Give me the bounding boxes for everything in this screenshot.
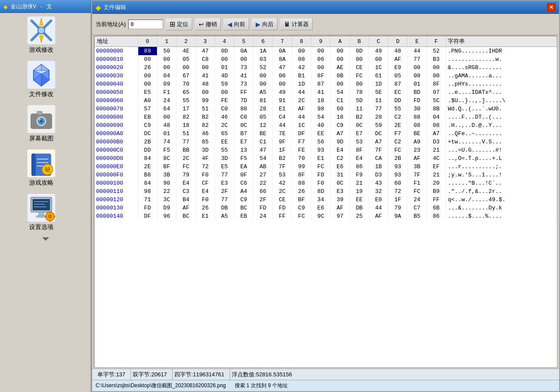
hex-byte-16-0[interactable]: 84: [138, 179, 157, 187]
hex-byte-14-10[interactable]: E6: [330, 163, 350, 171]
hex-byte-16-12[interactable]: 43: [369, 179, 388, 187]
hex-byte-3-7[interactable]: 00: [273, 72, 292, 80]
hex-byte-20-7[interactable]: FF: [273, 212, 292, 220]
sidebar-item-file-modify[interactable]: 文件修改: [0, 57, 83, 102]
hex-byte-3-4[interactable]: 4D: [215, 72, 234, 80]
hex-byte-4-2[interactable]: 70: [177, 80, 196, 88]
hex-addr-2[interactable]: 00000020: [94, 63, 138, 72]
hex-byte-1-7[interactable]: 8A: [273, 55, 292, 63]
hex-byte-7-6[interactable]: 28: [253, 105, 273, 113]
hex-byte-18-3[interactable]: F0: [196, 196, 215, 204]
hex-byte-5-13[interactable]: EC: [388, 88, 407, 96]
hex-byte-14-13[interactable]: 93: [388, 163, 407, 171]
hex-addr-4[interactable]: 00000040: [94, 80, 138, 88]
hex-byte-4-15[interactable]: 8F: [427, 80, 446, 88]
dialog-close-button[interactable]: ✕: [547, 3, 556, 12]
hex-byte-15-13[interactable]: 93: [388, 171, 407, 179]
hex-byte-15-15[interactable]: 21: [427, 171, 446, 179]
hex-byte-3-5[interactable]: 41: [234, 72, 253, 80]
hex-byte-16-2[interactable]: E4: [177, 179, 196, 187]
hex-byte-19-11[interactable]: DB: [350, 204, 369, 212]
hex-byte-11-12[interactable]: A7: [369, 138, 388, 146]
hex-byte-5-0[interactable]: E5: [138, 88, 157, 96]
hex-byte-4-12[interactable]: 1D: [369, 80, 388, 88]
hex-byte-9-15[interactable]: 08: [427, 121, 446, 130]
hex-byte-10-0[interactable]: DC: [138, 130, 157, 138]
hex-byte-13-13[interactable]: 2B: [388, 154, 407, 163]
hex-byte-15-2[interactable]: 79: [177, 171, 196, 179]
hex-byte-9-3[interactable]: 82: [196, 121, 215, 130]
hex-byte-1-8[interactable]: 08: [292, 55, 311, 63]
hex-addr-0[interactable]: 00000000: [94, 47, 138, 56]
hex-byte-2-8[interactable]: 42: [292, 63, 311, 72]
hex-byte-7-4[interactable]: C0: [215, 105, 234, 113]
hex-byte-20-9[interactable]: 9C: [311, 212, 330, 220]
hex-byte-18-6[interactable]: 2F: [253, 196, 273, 204]
hex-byte-1-3[interactable]: C8: [196, 55, 215, 63]
hex-byte-7-1[interactable]: 64: [157, 105, 176, 113]
hex-addr-5[interactable]: 00000050: [94, 88, 138, 96]
hex-byte-8-15[interactable]: 04: [427, 113, 446, 121]
hex-byte-11-1[interactable]: 74: [157, 138, 176, 146]
hex-byte-13-9[interactable]: E1: [311, 154, 330, 163]
hex-byte-14-4[interactable]: E5: [215, 163, 234, 171]
hex-byte-16-5[interactable]: C6: [234, 179, 253, 187]
sidebar-item-screenshot[interactable]: 屏幕截图: [0, 102, 83, 146]
hex-byte-1-4[interactable]: 00: [215, 55, 234, 63]
hex-byte-5-2[interactable]: 65: [177, 88, 196, 96]
hex-byte-12-8[interactable]: FE: [292, 146, 311, 154]
hex-byte-9-9[interactable]: 40: [311, 121, 330, 130]
hex-byte-6-2[interactable]: 55: [177, 96, 196, 105]
hex-byte-17-15[interactable]: B9: [427, 187, 446, 196]
sidebar-item-game-guide[interactable]: 秘 游戏攻略: [0, 146, 83, 190]
hex-byte-2-1[interactable]: 00: [157, 63, 176, 72]
hex-byte-4-7[interactable]: 00: [273, 80, 292, 88]
hex-byte-10-5[interactable]: B7: [234, 130, 253, 138]
hex-byte-3-2[interactable]: 67: [177, 72, 196, 80]
hex-byte-8-6[interactable]: 05: [253, 113, 273, 121]
hex-byte-7-10[interactable]: 60: [330, 105, 350, 113]
hex-byte-15-14[interactable]: 7F: [407, 171, 427, 179]
hex-byte-0-6[interactable]: 1A: [253, 47, 273, 56]
hex-byte-6-3[interactable]: 99: [196, 96, 215, 105]
hex-byte-11-8[interactable]: F7: [292, 138, 311, 146]
hex-byte-13-1[interactable]: 8C: [157, 154, 176, 163]
hex-byte-4-11[interactable]: 00: [350, 80, 369, 88]
hex-byte-15-9[interactable]: FD: [311, 171, 330, 179]
hex-byte-1-6[interactable]: 03: [253, 55, 273, 63]
hex-addr-3[interactable]: 00000030: [94, 72, 138, 80]
hex-byte-5-3[interactable]: 00: [196, 88, 215, 96]
hex-byte-18-2[interactable]: B4: [177, 196, 196, 204]
sidebar-scroll-down[interactable]: [0, 235, 91, 243]
hex-byte-9-1[interactable]: 48: [157, 121, 176, 130]
hex-byte-8-0[interactable]: EB: [138, 113, 157, 121]
hex-byte-2-2[interactable]: 00: [177, 63, 196, 72]
hex-byte-19-3[interactable]: 26: [196, 204, 215, 212]
hex-byte-13-0[interactable]: 84: [138, 154, 157, 163]
hex-byte-16-6[interactable]: 22: [253, 179, 273, 187]
hex-byte-20-1[interactable]: 96: [157, 212, 176, 220]
hex-byte-2-6[interactable]: 52: [253, 63, 273, 72]
hex-byte-11-14[interactable]: A9: [407, 138, 427, 146]
hex-byte-14-12[interactable]: 1B: [369, 163, 388, 171]
hex-byte-14-3[interactable]: 72: [196, 163, 215, 171]
hex-byte-13-12[interactable]: CA: [369, 154, 388, 163]
hex-byte-3-11[interactable]: FC: [350, 72, 369, 80]
hex-byte-3-3[interactable]: 41: [196, 72, 215, 80]
hex-byte-17-9[interactable]: 8D: [311, 187, 330, 196]
hex-byte-5-10[interactable]: 54: [330, 88, 350, 96]
hex-byte-17-6[interactable]: 66: [253, 187, 273, 196]
hex-addr-1[interactable]: 00000010: [94, 55, 138, 63]
hex-byte-12-3[interactable]: 3D: [196, 146, 215, 154]
hex-byte-18-10[interactable]: 39: [330, 196, 350, 204]
hex-byte-4-0[interactable]: 00: [138, 80, 157, 88]
hex-byte-20-2[interactable]: BC: [177, 212, 196, 220]
undo-button[interactable]: ↩ 撤销: [195, 18, 221, 30]
hex-byte-15-3[interactable]: F0: [196, 171, 215, 179]
hex-byte-14-5[interactable]: EA: [234, 163, 253, 171]
hex-byte-12-0[interactable]: DD: [138, 146, 157, 154]
hex-byte-0-10[interactable]: 00: [330, 47, 350, 56]
hex-byte-8-4[interactable]: 46: [215, 113, 234, 121]
hex-byte-10-9[interactable]: EE: [311, 130, 330, 138]
hex-addr-19[interactable]: 00000130: [94, 204, 138, 212]
